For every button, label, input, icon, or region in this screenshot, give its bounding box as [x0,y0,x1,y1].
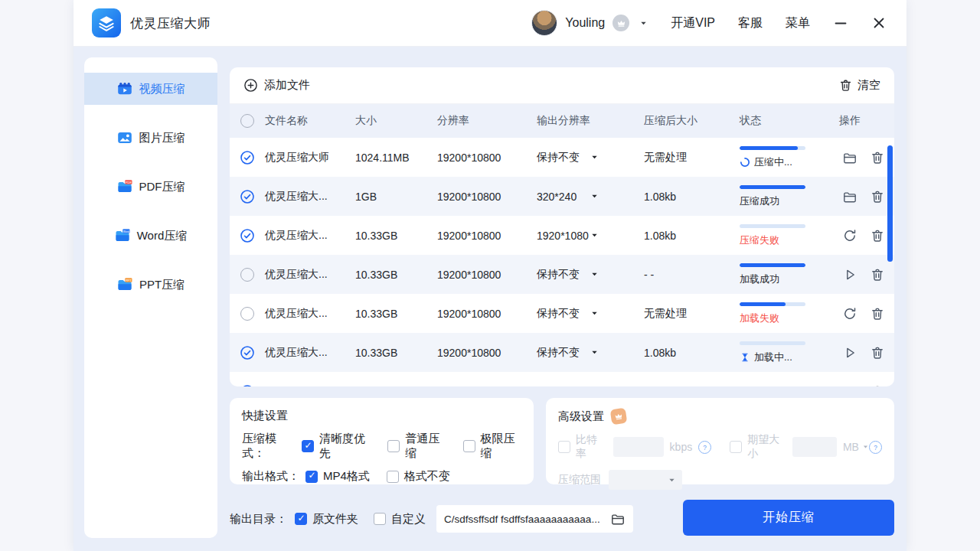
row-checkbox[interactable] [240,345,254,359]
add-file-button[interactable]: 添加文件 [243,78,310,93]
table-header-row: 文件名称 大小 分辨率 输出分辨率 压缩后大小 状态 操作 [230,104,894,138]
retry-button[interactable] [842,228,858,243]
checkbox[interactable] [387,440,400,452]
delete-button[interactable] [870,189,885,204]
clear-all-button[interactable]: 清空 [838,78,880,93]
output-resolution-dropdown[interactable]: 保持不变 [537,346,644,360]
compressed-size: 1.08kb [644,191,740,203]
trash-icon [838,78,853,93]
vip-feature-badge [610,408,628,425]
caret-down-icon [590,231,599,240]
checkbox-option[interactable]: 格式不变 [387,469,450,484]
checkbox-option[interactable]: 原文件夹 [295,512,358,527]
row-checkbox[interactable] [240,307,254,321]
bitrate-checkbox[interactable] [558,441,570,453]
row-actions [839,189,894,204]
support-button[interactable]: 客服 [738,15,763,31]
user-avatar[interactable] [531,10,557,36]
layers-icon [97,14,116,32]
checkbox[interactable] [374,513,386,525]
app-logo [92,8,121,37]
status-cell: 加载中... [740,341,839,364]
menu-button[interactable]: 菜单 [786,15,810,31]
checkbox-option[interactable]: 普通压缩 [387,432,446,461]
checkbox-option[interactable]: 极限压缩 [463,432,521,461]
open-folder-button[interactable] [842,384,858,387]
row-checkbox[interactable] [240,384,254,386]
file-name: 优灵压缩大... [265,190,355,204]
output-options: 原文件夹 自定义 [295,512,426,527]
open-vip-button[interactable]: 开通VIP [671,15,715,31]
play-button[interactable] [842,267,858,282]
caret-down-icon [590,270,599,279]
bitrate-input[interactable] [613,437,664,457]
expected-size-input[interactable] [792,437,837,457]
retry-button[interactable] [842,306,858,321]
row-checkbox[interactable] [240,228,254,242]
caret-down-icon[interactable] [639,19,648,28]
row-checkbox[interactable] [240,268,254,282]
sidebar-item-ppt[interactable]: PPT压缩 [84,269,217,301]
output-resolution-dropdown[interactable]: 320*240 [537,191,644,203]
expected-size-help-icon[interactable] [869,441,882,454]
delete-button[interactable] [870,228,885,243]
crown-icon [616,18,626,28]
close-button[interactable] [871,15,887,31]
checkbox[interactable] [463,440,475,452]
compressed-size: 1.08kb [644,230,740,242]
delete-button[interactable] [870,306,885,321]
checkbox-option[interactable]: 自定义 [374,512,426,527]
checkbox[interactable] [305,471,318,483]
header-actions: 操作 [839,114,894,128]
scrollbar-thumb[interactable] [887,145,893,262]
open-folder-button[interactable] [842,150,858,165]
status-cell: 加载失败 [740,302,839,325]
delete-button[interactable] [870,267,885,282]
row-checkbox[interactable] [240,150,254,164]
app-title: 优灵压缩大师 [130,15,211,32]
browse-folder-button[interactable] [610,511,626,527]
output-path-input[interactable] [444,514,606,525]
desktop: 优灵压缩大师 Youling 开通VIP 客服 菜单 视频压缩 图片压缩 [0,0,980,551]
open-folder-button[interactable] [842,189,858,204]
output-resolution-dropdown[interactable]: 保持不变 [537,307,644,321]
output-resolution-dropdown[interactable]: 保持不变 [537,151,644,165]
table-row: 优灵压缩大... 1GB 19200*10800 320*240 1.08kb … [230,177,894,216]
status-text: 压缩失败 [740,233,779,247]
checkbox[interactable] [387,471,399,483]
range-select[interactable] [609,470,682,490]
table-toolbar: 添加文件 清空 [230,67,894,104]
delete-button[interactable] [870,384,885,387]
progress-bar [740,146,805,150]
output-resolution-dropdown[interactable]: 1920*1080 [537,230,644,242]
sidebar-item-video[interactable]: 视频压缩 [84,73,217,105]
start-compress-button[interactable]: 开始压缩 [683,500,894,536]
sidebar-item-word[interactable]: Word压缩 [84,220,217,252]
expected-size-unit: MB [843,441,859,453]
output-resolution-dropdown[interactable]: 保持不变 [537,268,644,282]
select-all-checkbox[interactable] [240,114,254,128]
minimize-button[interactable] [833,15,848,31]
table-row: 优灵压缩大师 1024.11MB 19200*10800 保持不变 无需处理 压… [230,138,894,177]
delete-button[interactable] [870,150,885,165]
expected-size-checkbox[interactable] [730,441,742,453]
checkbox-option[interactable]: MP4格式 [305,469,370,484]
output-path-box [436,505,633,533]
vip-level-badge [612,15,629,31]
bitrate-help-icon[interactable] [698,441,711,454]
sidebar-item-image[interactable]: 图片压缩 [84,122,217,154]
play-button[interactable] [842,345,858,360]
row-checkbox[interactable] [240,189,254,203]
sidebar-item-pdf[interactable]: PDF压缩 [84,171,217,203]
checkbox-option[interactable]: 清晰度优先 [302,432,371,461]
delete-button[interactable] [870,345,885,360]
checkbox[interactable] [295,513,307,525]
output-resolution-value: 320*240 [537,191,590,203]
user-name: Youling [565,16,605,30]
unit-caret-down-icon[interactable] [862,443,869,451]
checkbox[interactable] [302,440,314,452]
video-compress-icon [117,81,132,96]
file-resolution: 19200*10800 [437,269,537,281]
table-row: 优灵压缩大... 10.33GB 19200*10800 保持不变 无需处理 加… [230,294,894,333]
header-resolution: 分辨率 [437,114,537,128]
